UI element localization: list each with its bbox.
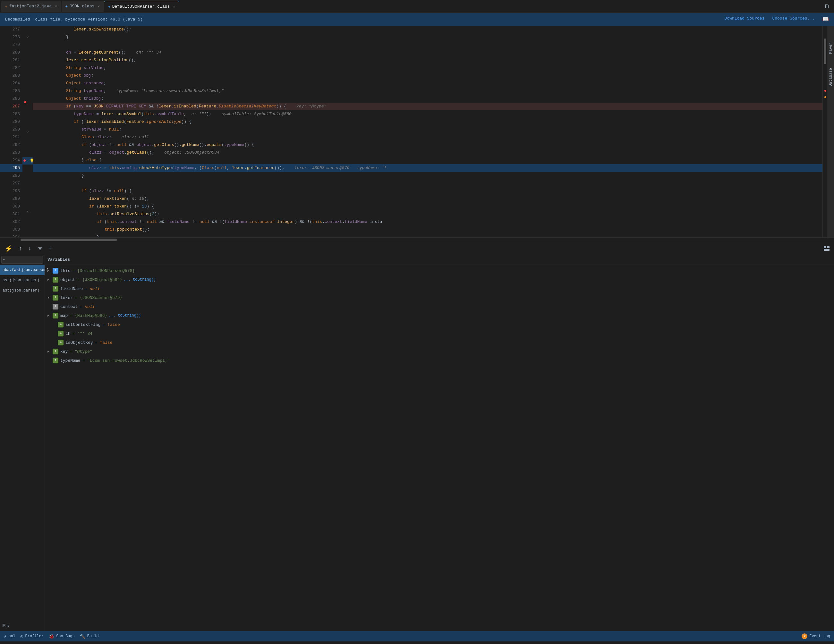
expand-object[interactable]: ▶ bbox=[47, 278, 53, 282]
decompiled-info-text: Decompiled .class file, bytecode version… bbox=[5, 17, 143, 22]
var-val-map: = {HashMap@586} bbox=[70, 313, 107, 318]
gutter-302: ◇ bbox=[23, 208, 33, 216]
expand-setcontextflag: ▶ bbox=[53, 323, 58, 326]
sidebar-item-aba[interactable]: aba.fastjson.parser) bbox=[0, 265, 45, 275]
eye-icon[interactable]: ⊙ bbox=[6, 623, 9, 629]
tab-jsonclass[interactable]: ◈ JSON.class ✕ bbox=[61, 1, 103, 12]
var-item-key[interactable]: ▶ f key = "@type" bbox=[45, 347, 834, 356]
icon-isobjectkey: m bbox=[58, 340, 63, 345]
ln-303: 303 bbox=[0, 226, 23, 234]
gutter-290 bbox=[23, 121, 33, 128]
code-line-304: } bbox=[33, 234, 823, 237]
var-item-isobjectkey[interactable]: ▶ m isObjectKey = false bbox=[45, 338, 834, 347]
tab-label-fastjsontest2: fastjonTest2.java bbox=[9, 4, 52, 9]
status-spotbugs[interactable]: 🐞 SpotBugs bbox=[49, 634, 75, 639]
var-item-lexer[interactable]: ▼ f lexer = {JSONScanner@579} bbox=[45, 293, 834, 302]
tab-close-fastjsontest2[interactable]: ✕ bbox=[55, 4, 57, 8]
var-item-ch[interactable]: ▶ m ch = '"' 34 bbox=[45, 329, 834, 338]
var-item-object[interactable]: ▶ f object = {JSONObject@584} ... toStri… bbox=[45, 275, 834, 284]
gutter-299 bbox=[23, 186, 33, 194]
tab-defaultjsonparser[interactable]: ◈ DefaultJSONParser.class ✕ bbox=[104, 1, 179, 12]
ln-281: 281 bbox=[0, 56, 23, 64]
expand-typename: ▶ bbox=[47, 358, 53, 362]
horizontal-scrollbar[interactable] bbox=[0, 237, 834, 242]
gutter-282 bbox=[23, 62, 33, 69]
toolbar-right bbox=[822, 245, 831, 252]
gutter-284 bbox=[23, 77, 33, 84]
add-watch-button[interactable]: + bbox=[47, 244, 53, 252]
info-bar-right: Download Sources Choose Sources... 📖 bbox=[725, 16, 829, 23]
status-terminal[interactable]: ⚡ nal bbox=[4, 634, 15, 639]
code-line-300: if (lexer.token() != 13) { bbox=[33, 203, 823, 210]
ln-283: 283 bbox=[0, 72, 23, 79]
var-item-fieldname[interactable]: ▶ f fieldName = null bbox=[45, 284, 834, 293]
database-side-tab[interactable]: Database bbox=[827, 64, 834, 90]
frame-dropdown[interactable]: ▾ bbox=[1, 256, 43, 264]
var-item-setcontextflag[interactable]: ▶ m setContextFlag = false bbox=[45, 320, 834, 329]
var-item-typename[interactable]: ▶ f typeName = "Lcom.sun.rowset.JdbcRowS… bbox=[45, 356, 834, 365]
scrollbar-thumb[interactable] bbox=[824, 39, 826, 64]
choose-sources-link[interactable]: Choose Sources... bbox=[772, 16, 815, 23]
code-line-281: lexer.resetStringPosition(); bbox=[33, 56, 823, 64]
ln-289: 289 bbox=[0, 118, 23, 126]
gutter-294 bbox=[23, 150, 33, 157]
expand-isobjectkey: ▶ bbox=[53, 341, 58, 344]
tab-close-jsonclass[interactable]: ✕ bbox=[98, 4, 100, 8]
download-sources-link[interactable]: Download Sources bbox=[725, 16, 765, 23]
copy-icon[interactable]: ⎘ bbox=[3, 623, 5, 629]
filter-button[interactable] bbox=[36, 245, 45, 252]
gutter-296 bbox=[23, 165, 33, 172]
gutter-285 bbox=[23, 84, 33, 91]
svg-rect-5 bbox=[824, 249, 829, 251]
expand-key[interactable]: ▶ bbox=[47, 350, 53, 353]
sidebar-item-fastjson2[interactable]: ast(json.parser) bbox=[0, 286, 45, 296]
code-area[interactable]: lexer.skipWhitespace(); } ch = lexer.get… bbox=[33, 26, 823, 237]
var-item-this[interactable]: ▶ f this = {DefaultJSONParser@578} bbox=[45, 266, 834, 275]
ln-287: 287 bbox=[0, 103, 23, 110]
h-scrollbar-thumb[interactable] bbox=[21, 239, 117, 241]
step-down-button[interactable]: ↓ bbox=[26, 244, 33, 253]
gutter-280 bbox=[23, 47, 33, 55]
status-event-log[interactable]: 2 Event Log bbox=[802, 633, 830, 639]
ln-293: 293 bbox=[0, 149, 23, 157]
var-val-isobjectkey: = false bbox=[95, 340, 113, 345]
icon-object: f bbox=[53, 277, 58, 282]
breakpoint-icon-295: ● bbox=[23, 158, 26, 163]
expand-map[interactable]: ▶ bbox=[47, 314, 53, 318]
book-icon: 📖 bbox=[823, 16, 829, 23]
gutter-297 bbox=[23, 171, 33, 179]
breakpoint-287[interactable]: ● bbox=[23, 99, 33, 106]
expand-lexer[interactable]: ▼ bbox=[47, 296, 53, 300]
tab-close-defaultjsonparser[interactable]: ✕ bbox=[173, 5, 175, 9]
status-profiler[interactable]: ◎ Profiler bbox=[21, 634, 44, 639]
var-name-map: map bbox=[60, 313, 68, 318]
code-line-286: Object thisObj; bbox=[33, 95, 823, 103]
expand-this[interactable]: ▶ bbox=[47, 269, 53, 273]
maven-side-tab[interactable]: Maven bbox=[827, 39, 834, 58]
layout-button[interactable] bbox=[822, 245, 831, 252]
vertical-scrollbar[interactable] bbox=[823, 26, 827, 237]
sidebar-item-fastjson1[interactable]: ast(json.parser) bbox=[0, 275, 45, 286]
java-icon: ☕ bbox=[5, 4, 7, 8]
ln-284: 284 bbox=[0, 79, 23, 87]
var-item-map[interactable]: ▶ f map = {HashMap@586} ... toString() bbox=[45, 311, 834, 320]
bookmark-291: ◇ bbox=[27, 129, 29, 133]
tab-fastjsontest2[interactable]: ☕ fastjonTest2.java ✕ bbox=[1, 1, 61, 12]
status-build[interactable]: 🔨 Build bbox=[80, 634, 99, 639]
maven-label-top[interactable]: m bbox=[821, 3, 833, 10]
editor-area: 277 278 279 280 281 282 283 284 285 286 … bbox=[0, 26, 834, 237]
ln-301: 301 bbox=[0, 210, 23, 218]
var-item-context[interactable]: ▶ f context = null bbox=[45, 302, 834, 311]
profiler-icon: ◎ bbox=[21, 634, 23, 639]
code-line-299: lexer.nextToken( n: 16); bbox=[33, 195, 823, 203]
map-tostring-link[interactable]: ... toString() bbox=[108, 313, 141, 318]
icon-lexer: f bbox=[53, 295, 58, 300]
object-tostring-link[interactable]: ... toString() bbox=[123, 278, 156, 282]
icon-this: f bbox=[53, 268, 58, 274]
code-line-287: if (key == JSON.DEFAULT_TYPE_KEY && !lex… bbox=[33, 103, 823, 110]
code-line-285: String typeName; typeName: "Lcom.sun.row… bbox=[33, 87, 823, 95]
spotbugs-label: SpotBugs bbox=[56, 634, 75, 639]
step-up-button[interactable]: ↑ bbox=[17, 244, 24, 253]
gutter-291: ◇ bbox=[23, 128, 33, 136]
reset-button[interactable]: ⚡ bbox=[3, 244, 15, 254]
